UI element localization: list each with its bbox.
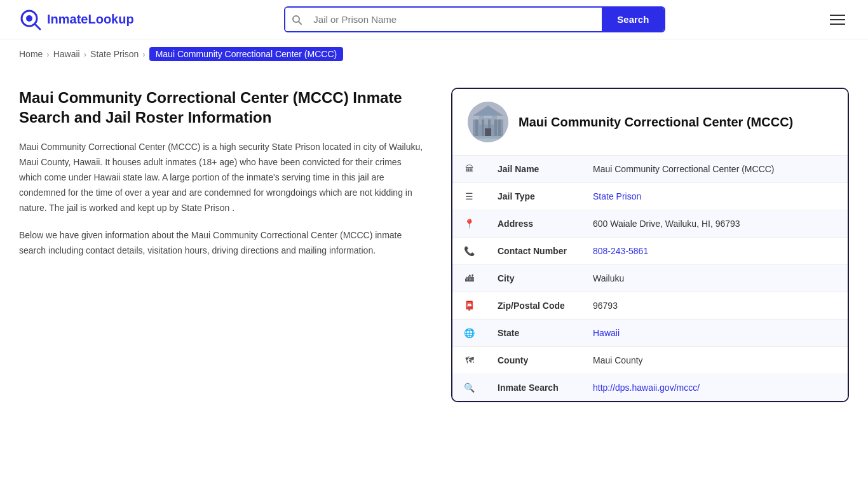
svg-point-1 (26, 15, 32, 22)
row-label: State (486, 320, 581, 347)
menu-line-2 (830, 19, 845, 20)
page-desc-2: Below we have given information about th… (19, 228, 426, 259)
table-row: 🌐StateHawaii (452, 320, 848, 347)
row-value: Maui Community Correctional Center (MCCC… (581, 156, 848, 183)
row-value[interactable]: State Prison (581, 183, 848, 210)
svg-rect-14 (485, 128, 491, 137)
logo-text: InmateLookup (47, 12, 134, 27)
row-link[interactable]: http://dps.hawaii.gov/mccc/ (593, 383, 700, 393)
row-value: 600 Waiale Drive, Wailuku, HI, 96793 (581, 210, 848, 238)
search-button[interactable]: Search (602, 8, 664, 31)
left-content: Maui Community Correctional Center (MCCC… (19, 88, 426, 402)
row-icon: 🌐 (452, 320, 486, 347)
facility-card: Maui Community Correctional Center (MCCC… (451, 88, 849, 402)
card-title: Maui Community Correctional Center (MCCC… (519, 115, 793, 130)
row-icon: 📮 (452, 292, 486, 320)
row-value: Maui County (581, 347, 848, 374)
row-label: Jail Name (486, 156, 581, 183)
row-value[interactable]: http://dps.hawaii.gov/mccc/ (581, 374, 848, 402)
row-icon: 📞 (452, 238, 486, 265)
svg-rect-9 (475, 119, 478, 137)
row-label: Contact Number (486, 238, 581, 265)
breadcrumb-home[interactable]: Home (19, 49, 43, 59)
page-title: Maui Community Correctional Center (MCCC… (19, 88, 426, 127)
search-form: Search (284, 6, 665, 32)
row-link[interactable]: 808-243-5861 (593, 246, 648, 256)
svg-rect-12 (494, 119, 497, 137)
search-icon (285, 8, 308, 31)
table-row: 🔍Inmate Searchhttp://dps.hawaii.gov/mccc… (452, 374, 848, 402)
row-icon: 🏛 (452, 156, 486, 183)
row-icon: 🔍 (452, 374, 486, 402)
search-input[interactable] (308, 8, 602, 31)
menu-line-1 (830, 15, 845, 16)
row-label: Zip/Postal Code (486, 292, 581, 320)
logo[interactable]: InmateLookup (19, 8, 134, 31)
svg-rect-15 (471, 136, 505, 139)
row-icon: 📍 (452, 210, 486, 238)
table-row: 📮Zip/Postal Code96793 (452, 292, 848, 320)
row-icon: ☰ (452, 183, 486, 210)
row-value[interactable]: 808-243-5861 (581, 238, 848, 265)
row-icon: 🏙 (452, 265, 486, 292)
row-icon: 🗺 (452, 347, 486, 374)
row-label: County (486, 347, 581, 374)
info-table: 🏛Jail NameMaui Community Correctional Ce… (452, 156, 848, 401)
table-row: 🏛Jail NameMaui Community Correctional Ce… (452, 156, 848, 183)
svg-rect-13 (498, 119, 501, 137)
svg-rect-16 (470, 139, 506, 141)
breadcrumb-current: Maui Community Correctional Center (MCCC… (149, 47, 344, 61)
facility-thumbnail (468, 102, 508, 142)
table-row: ☰Jail TypeState Prison (452, 183, 848, 210)
row-value[interactable]: Hawaii (581, 320, 848, 347)
row-link[interactable]: State Prison (593, 191, 641, 201)
row-value: Wailuku (581, 265, 848, 292)
search-area: Search (153, 6, 797, 32)
header: InmateLookup Search (0, 0, 868, 39)
svg-rect-10 (482, 119, 484, 137)
row-label: City (486, 265, 581, 292)
menu-line-3 (830, 24, 845, 25)
svg-line-4 (299, 22, 301, 24)
row-link[interactable]: Hawaii (593, 328, 620, 338)
breadcrumb-sep-2: › (84, 50, 86, 59)
breadcrumb-sep-3: › (142, 50, 145, 59)
table-row: 🏙CityWailuku (452, 265, 848, 292)
breadcrumb-sep-1: › (46, 50, 49, 59)
hamburger-menu-button[interactable] (826, 11, 849, 29)
row-label: Address (486, 210, 581, 238)
main-container: Maui Community Correctional Center (MCCC… (0, 69, 868, 440)
breadcrumb-state[interactable]: Hawaii (53, 49, 80, 59)
card-header: Maui Community Correctional Center (MCCC… (452, 89, 848, 156)
breadcrumb-type[interactable]: State Prison (90, 49, 139, 59)
page-desc-1: Maui Community Correctional Center (MCCC… (19, 140, 426, 215)
table-row: 🗺CountyMaui County (452, 347, 848, 374)
breadcrumb: Home › Hawaii › State Prison › Maui Comm… (0, 39, 868, 69)
logo-icon (19, 8, 42, 31)
row-value: 96793 (581, 292, 848, 320)
row-label: Inmate Search (486, 374, 581, 402)
table-row: 📍Address600 Waiale Drive, Wailuku, HI, 9… (452, 210, 848, 238)
row-label: Jail Type (486, 183, 581, 210)
table-row: 📞Contact Number808-243-5861 (452, 238, 848, 265)
svg-line-2 (35, 24, 40, 29)
